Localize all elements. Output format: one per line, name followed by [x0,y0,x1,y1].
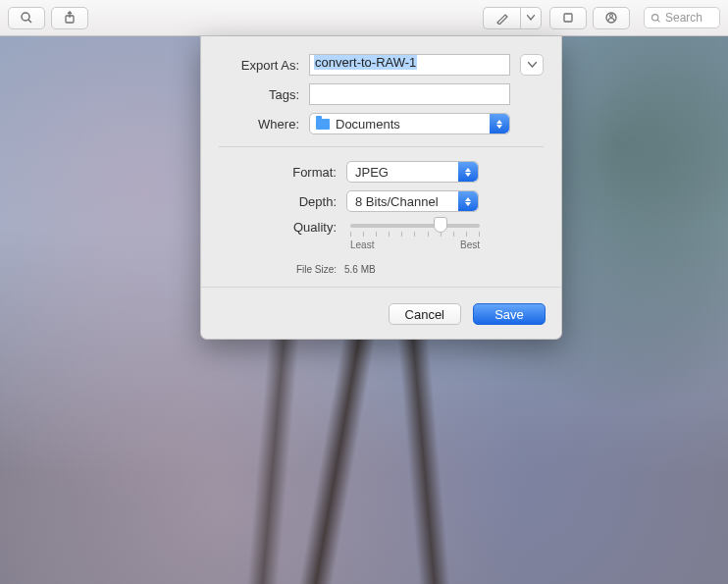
window-toolbar: Search [0,0,728,36]
toolbar-search[interactable]: Search [644,7,720,28]
export-filename-input[interactable]: convert-to-RAW-1 [309,54,510,76]
svg-rect-3 [564,14,572,22]
save-button[interactable]: Save [473,303,546,325]
format-value: JPEG [355,165,389,180]
depth-select[interactable]: 8 Bits/Channel [346,190,479,212]
search-placeholder: Search [665,11,702,25]
tags-input[interactable] [309,83,510,105]
filesize-value: 5.6 MB [344,264,376,275]
svg-point-0 [22,13,29,21]
where-label: Where: [219,117,299,132]
search-icon [650,13,661,24]
chevron-down-icon [528,62,537,68]
cancel-button[interactable]: Cancel [389,303,461,325]
slider-ticks [350,232,480,237]
select-arrows-icon [458,162,478,182]
quality-least-label: Least [350,239,374,250]
where-value: Documents [336,117,400,132]
divider [219,146,544,147]
filesize-label: File Size: [248,264,337,275]
select-arrows-icon [490,114,509,133]
quality-slider-thumb[interactable] [434,217,447,233]
svg-point-6 [652,14,658,20]
depth-value: 8 Bits/Channel [355,194,439,209]
depth-label: Depth: [248,194,337,209]
quality-slider[interactable] [350,224,480,228]
folder-icon [316,119,330,130]
markup-group [483,7,542,29]
tags-label: Tags: [219,87,299,102]
quality-label: Quality: [248,220,337,235]
select-arrows-icon [458,191,478,211]
export-sheet: Export As: convert-to-RAW-1 Tags: Where:… [200,36,562,340]
where-select[interactable]: Documents [309,113,510,134]
zoom-button[interactable] [8,7,45,29]
format-label: Format: [248,165,337,180]
share-button[interactable] [51,7,88,29]
svg-line-7 [657,20,659,22]
svg-line-1 [28,20,31,23]
quality-best-label: Best [460,239,480,250]
export-as-label: Export As: [219,58,299,73]
markup-dropdown[interactable] [520,7,542,29]
rotate-button[interactable] [549,7,587,29]
svg-point-5 [610,15,613,18]
share-icloud-button[interactable] [593,7,630,29]
format-select[interactable]: JPEG [346,161,479,183]
markup-button[interactable] [483,7,520,29]
filename-history-button[interactable] [520,54,544,76]
